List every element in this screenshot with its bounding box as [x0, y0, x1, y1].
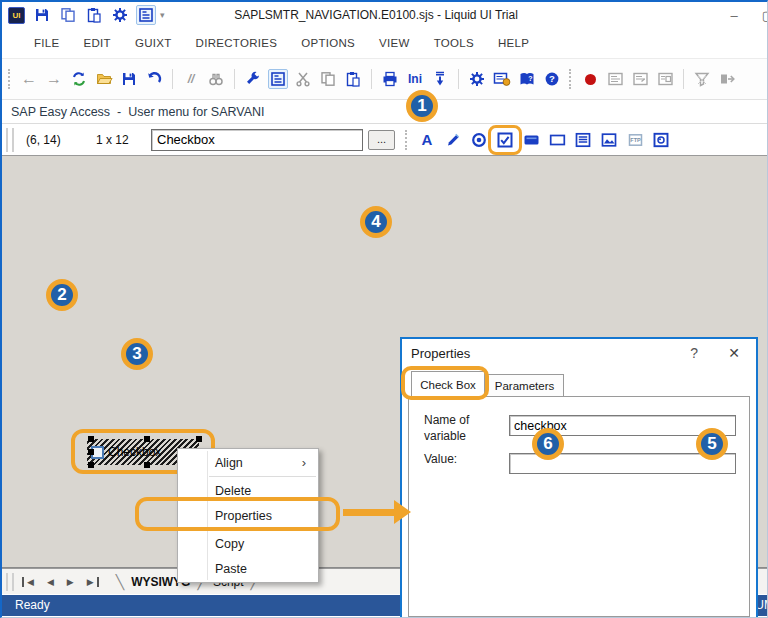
status-message: Ready [15, 598, 50, 612]
selection-handle[interactable] [88, 436, 94, 442]
format-bar-grip [6, 128, 14, 152]
tab-check-box[interactable]: Check Box [411, 371, 485, 397]
context-menu: Align › Delete Properties Copy Paste [177, 448, 319, 583]
cut-icon[interactable] [293, 69, 313, 89]
step-badge-5: 5 [696, 428, 728, 460]
first-tab-icon[interactable]: ◀ [22, 577, 36, 587]
insert-element-toolbar: A FTP [417, 130, 671, 150]
context-menu-item-properties[interactable]: Properties [178, 503, 318, 528]
applet-tool-icon[interactable] [651, 130, 671, 150]
context-menu-item-paste[interactable]: Paste [178, 556, 318, 581]
exit-icon[interactable] [717, 69, 737, 89]
inputfield-pencil-icon[interactable] [443, 130, 463, 150]
element-text-input[interactable] [151, 129, 363, 151]
window-controls: – ▢ [717, 2, 767, 28]
menu-view[interactable]: VIEW [379, 37, 410, 49]
context-menu-item-copy[interactable]: Copy [178, 531, 318, 556]
selection-handle[interactable] [144, 462, 150, 468]
quick-access-toolbar: ▾ [32, 5, 165, 25]
next-tab-icon[interactable]: ▶ [65, 577, 76, 587]
copy-icon[interactable] [318, 69, 338, 89]
minimize-button[interactable]: – [717, 8, 751, 23]
title-bar: UI ▾ SAPLSMTR_NAVIGATION.E0100.sjs - Liq… [2, 2, 767, 28]
textbox-tool-icon[interactable] [573, 130, 593, 150]
screen-elements-icon[interactable] [268, 69, 288, 89]
browse-button[interactable]: ... [368, 130, 395, 150]
toolbar-separator [371, 69, 372, 89]
svg-text:?: ? [549, 73, 555, 84]
menu-guixt[interactable]: GUIXT [135, 37, 172, 49]
checkbox-tool-icon[interactable] [495, 130, 515, 150]
manual-book-icon[interactable]: ? [517, 69, 537, 89]
export-icon[interactable] [430, 69, 450, 89]
context-menu-item-delete[interactable]: Delete [178, 478, 318, 503]
last-tab-icon[interactable]: ▶ [85, 577, 99, 587]
help-icon[interactable]: ? [542, 69, 562, 89]
image-tool-icon[interactable] [599, 130, 619, 150]
find-icon[interactable] [206, 69, 226, 89]
selection-handle[interactable] [196, 436, 202, 442]
format-bar: (6, 14) 1 x 12 ... A FTP [2, 124, 767, 156]
filter-icon[interactable] [692, 69, 712, 89]
text-tool-icon[interactable]: A [417, 130, 437, 150]
svg-text:?: ? [528, 75, 532, 82]
save-icon[interactable] [32, 5, 52, 25]
menu-directories[interactable]: DIRECTORIES [196, 37, 278, 49]
toolbar-separator [458, 69, 459, 89]
menu-file[interactable]: FILE [34, 37, 60, 49]
main-toolbar: ← → // Ini ? ? [2, 58, 767, 100]
menu-help[interactable]: HELP [498, 37, 529, 49]
print-icon[interactable] [380, 69, 400, 89]
box-tool-icon[interactable] [547, 130, 567, 150]
paste-icon[interactable] [84, 5, 104, 25]
refresh-icon[interactable] [69, 69, 89, 89]
application-window: UI ▾ SAPLSMTR_NAVIGATION.E0100.sjs - Liq… [0, 0, 768, 618]
screen-elements-icon[interactable] [136, 5, 156, 25]
settings-gear-icon[interactable] [467, 69, 487, 89]
toolbar-grip [569, 69, 573, 89]
pointer-arrow [343, 509, 395, 516]
toolbar-grip [8, 69, 12, 89]
screen-script-icon[interactable] [630, 69, 650, 89]
menu-edit[interactable]: EDIT [84, 37, 111, 49]
ftp-tool-icon[interactable]: FTP [625, 130, 645, 150]
selection-handle[interactable] [88, 449, 94, 455]
cursor-coordinates: (6, 14) [26, 133, 96, 147]
maximize-button[interactable]: ▢ [751, 8, 768, 23]
submenu-arrow-icon: › [302, 455, 318, 470]
selection-handle[interactable] [144, 436, 150, 442]
undo-icon[interactable] [144, 69, 164, 89]
tab-parameters[interactable]: Parameters [485, 374, 564, 397]
step-badge-2: 2 [46, 279, 78, 311]
tab-slash: ╲ [116, 574, 124, 590]
back-icon[interactable]: ← [19, 69, 39, 89]
comment-icon[interactable]: // [181, 69, 201, 89]
toolbar-dropdown-icon[interactable]: ▾ [160, 10, 165, 20]
step-badge-6: 6 [532, 428, 564, 460]
save-icon[interactable] [119, 69, 139, 89]
toolbar-separator [683, 69, 684, 89]
copy-icon[interactable] [58, 5, 78, 25]
context-menu-item-align[interactable]: Align › [178, 450, 318, 475]
selection-handle[interactable] [88, 462, 94, 468]
gear-icon[interactable] [110, 5, 130, 25]
name-of-variable-label: Name of variable [424, 413, 504, 444]
ini-file-icon[interactable]: Ini [405, 69, 425, 89]
wrench-icon[interactable] [243, 69, 263, 89]
prev-tab-icon[interactable]: ◀ [45, 577, 56, 587]
dialog-help-button[interactable]: ? [690, 345, 698, 361]
window-title: SAPLSMTR_NAVIGATION.E0100.sjs - Liquid U… [234, 2, 518, 28]
menu-options[interactable]: OPTIONS [301, 37, 355, 49]
forward-icon[interactable]: → [44, 69, 64, 89]
radiobutton-tool-icon[interactable] [469, 130, 489, 150]
menu-tools[interactable]: TOOLS [434, 37, 474, 49]
open-folder-icon[interactable] [94, 69, 114, 89]
step-badge-4: 4 [360, 206, 392, 238]
screen-view-icon[interactable] [605, 69, 625, 89]
pushbutton-tool-icon[interactable] [521, 130, 541, 150]
screen-compare-icon[interactable] [655, 69, 675, 89]
dialog-close-icon[interactable]: ✕ [728, 345, 740, 361]
record-icon[interactable] [580, 69, 600, 89]
paste-icon[interactable] [343, 69, 363, 89]
screen-settings-icon[interactable] [492, 69, 512, 89]
